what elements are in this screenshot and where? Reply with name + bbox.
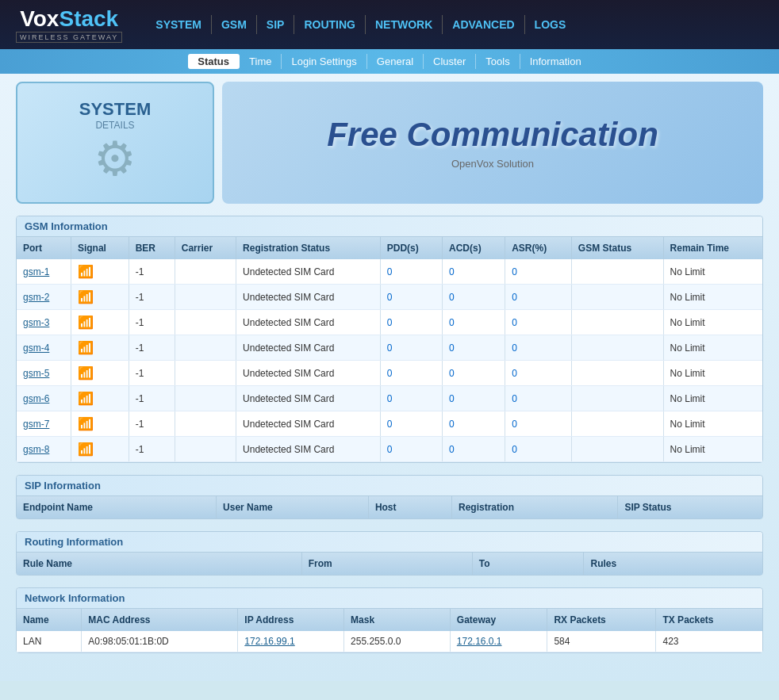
- network-mac: A0:98:05:01:1B:0D: [82, 631, 238, 652]
- gsm-signal: 📶: [71, 386, 129, 411]
- gsm-acd: 0: [442, 361, 505, 386]
- gsm-status: [571, 335, 663, 361]
- routing-col-to: To: [472, 553, 584, 575]
- routing-section-title: Routing Information: [25, 536, 123, 548]
- gsm-reg-status: Undetected SIM Card: [236, 437, 381, 462]
- gsm-port[interactable]: gsm-3: [17, 310, 71, 335]
- gsm-remain: No Limit: [663, 310, 762, 335]
- subnav-item-time[interactable]: Time: [240, 54, 282, 69]
- gsm-row: gsm-4📶-1Undetected SIM Card000No Limit: [17, 335, 762, 361]
- gsm-reg-status: Undetected SIM Card: [236, 310, 381, 335]
- gsm-acd: 0: [442, 335, 505, 361]
- gsm-port[interactable]: gsm-4: [17, 335, 71, 361]
- subnav-item-tools[interactable]: Tools: [476, 54, 520, 69]
- gsm-ber: -1: [129, 361, 175, 386]
- gsm-acd: 0: [442, 285, 505, 310]
- network-section: Network Information NameMAC AddressIP Ad…: [16, 587, 763, 653]
- nav-item-routing[interactable]: ROUTING: [294, 15, 366, 34]
- gsm-col-acd-s-: ACD(s): [442, 237, 505, 259]
- gsm-port[interactable]: gsm-6: [17, 386, 71, 411]
- gsm-port[interactable]: gsm-7: [17, 411, 71, 437]
- system-subtitle: DETAILS: [95, 120, 134, 131]
- logo-text: VoxStack: [20, 6, 118, 32]
- nav-item-gsm[interactable]: GSM: [212, 15, 257, 34]
- gsm-col-asr---: ASR(%): [505, 237, 572, 259]
- gsm-status: [571, 386, 663, 411]
- routing-col-from: From: [301, 553, 472, 575]
- routing-section-header: Routing Information: [17, 532, 762, 553]
- openvox-label: OpenVox Solution: [327, 158, 658, 170]
- gsm-col-ber: BER: [129, 237, 175, 259]
- gsm-pdd: 0: [380, 335, 442, 361]
- gsm-table: PortSignalBERCarrierRegistration StatusP…: [17, 237, 762, 462]
- gsm-acd: 0: [442, 310, 505, 335]
- gsm-remain: No Limit: [663, 361, 762, 386]
- gear-icon: ⚙: [94, 131, 136, 186]
- nav-item-logs[interactable]: LOGS: [525, 15, 576, 34]
- gsm-ber: -1: [129, 437, 175, 462]
- main-nav: SYSTEMGSMSIPROUTINGNETWORKADVANCEDLOGS: [146, 15, 575, 34]
- gsm-section: GSM Information PortSignalBERCarrierRegi…: [16, 216, 763, 463]
- subnav-item-login-settings[interactable]: Login Settings: [282, 54, 366, 69]
- subnav-item-status[interactable]: Status: [188, 54, 240, 69]
- gsm-ber: -1: [129, 411, 175, 437]
- subnav-item-information[interactable]: Information: [520, 54, 591, 69]
- gsm-signal: 📶: [71, 310, 129, 335]
- network-ip[interactable]: 172.16.99.1: [238, 631, 344, 652]
- gsm-port[interactable]: gsm-1: [17, 259, 71, 285]
- nav-item-sip[interactable]: SIP: [257, 15, 295, 34]
- gsm-port[interactable]: gsm-2: [17, 285, 71, 310]
- system-title: SYSTEM: [79, 99, 151, 120]
- routing-table: Rule NameFromToRules: [17, 553, 762, 575]
- logo-vox: Vox: [20, 6, 59, 31]
- gsm-section-header: GSM Information: [17, 216, 762, 237]
- network-name: LAN: [17, 631, 82, 652]
- gsm-col-signal: Signal: [71, 237, 129, 259]
- banner-right: Free Communication OpenVox Solution: [222, 82, 763, 204]
- gsm-acd: 0: [442, 411, 505, 437]
- gsm-port[interactable]: gsm-5: [17, 361, 71, 386]
- nav-item-advanced[interactable]: ADVANCED: [443, 15, 524, 34]
- signal-icon: 📶: [78, 316, 94, 329]
- gsm-row: gsm-1📶-1Undetected SIM Card000No Limit: [17, 259, 762, 285]
- gsm-row: gsm-3📶-1Undetected SIM Card000No Limit: [17, 310, 762, 335]
- gsm-pdd: 0: [380, 285, 442, 310]
- gsm-signal: 📶: [71, 411, 129, 437]
- network-col-tx-packets: TX Packets: [656, 609, 762, 631]
- gsm-col-carrier: Carrier: [175, 237, 236, 259]
- gsm-row: gsm-6📶-1Undetected SIM Card000No Limit: [17, 386, 762, 411]
- gsm-signal: 📶: [71, 335, 129, 361]
- gsm-asr: 0: [505, 361, 572, 386]
- sip-col-sip-status: SIP Status: [618, 496, 762, 518]
- gsm-carrier: [175, 259, 236, 285]
- network-mask: 255.255.0.0: [344, 631, 451, 652]
- gsm-status: [571, 310, 663, 335]
- subnav-item-general[interactable]: General: [367, 54, 424, 69]
- gsm-status: [571, 259, 663, 285]
- network-col-name: Name: [17, 609, 82, 631]
- gsm-asr: 0: [505, 259, 572, 285]
- banner-text: Free Communication: [327, 116, 658, 154]
- gsm-carrier: [175, 335, 236, 361]
- nav-item-system[interactable]: SYSTEM: [146, 15, 212, 34]
- gsm-asr: 0: [505, 411, 572, 437]
- sip-col-endpoint-name: Endpoint Name: [17, 496, 217, 518]
- gsm-carrier: [175, 386, 236, 411]
- sip-col-registration: Registration: [451, 496, 617, 518]
- gsm-carrier: [175, 411, 236, 437]
- network-gateway[interactable]: 172.16.0.1: [450, 631, 547, 652]
- gsm-reg-status: Undetected SIM Card: [236, 386, 381, 411]
- logo-stack: Stack: [59, 6, 118, 31]
- gsm-signal: 📶: [71, 437, 129, 462]
- subnav-item-cluster[interactable]: Cluster: [424, 54, 476, 69]
- gsm-port[interactable]: gsm-8: [17, 437, 71, 462]
- subnav: StatusTimeLogin SettingsGeneralClusterTo…: [0, 49, 779, 74]
- nav-item-network[interactable]: NETWORK: [366, 15, 443, 34]
- gsm-carrier: [175, 437, 236, 462]
- network-col-ip-address: IP Address: [238, 609, 344, 631]
- gsm-ber: -1: [129, 310, 175, 335]
- gsm-pdd: 0: [380, 411, 442, 437]
- gsm-ber: -1: [129, 259, 175, 285]
- sip-section-title: SIP Information: [25, 480, 101, 492]
- signal-icon: 📶: [78, 417, 94, 430]
